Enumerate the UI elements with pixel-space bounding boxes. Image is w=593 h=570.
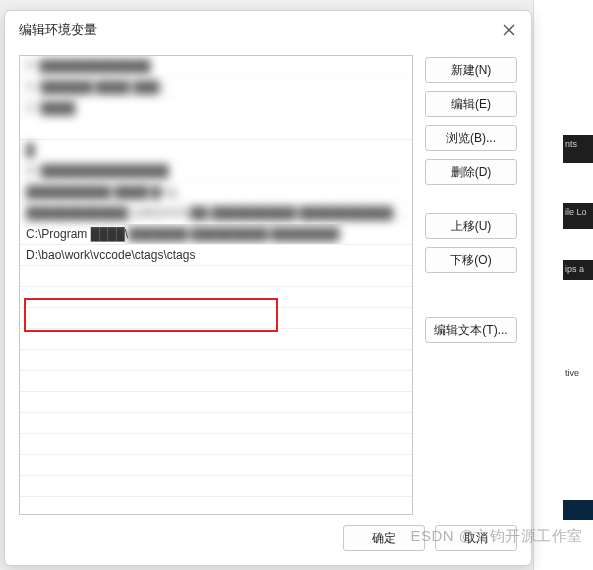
list-item[interactable] [20, 392, 412, 413]
dialog-footer: 确定 取消 [5, 515, 531, 565]
list-item[interactable]: C:\██████\████ ███L [20, 77, 412, 98]
list-item[interactable]: D:\bao\work\vccode\ctags\ctags [20, 245, 412, 266]
list-item[interactable]: ████████████ (x86)\NVID██ ██████████\███… [20, 203, 412, 224]
ok-button[interactable]: 确定 [343, 525, 425, 551]
titlebar: 编辑环境变量 [5, 11, 531, 47]
list-item[interactable]: F:\█████████████ [20, 56, 412, 77]
moveup-button[interactable]: 上移(U) [425, 213, 517, 239]
button-sidebar: 新建(N) 编辑(E) 浏览(B)... 删除(D) 上移(U) 下移(O) 编… [425, 55, 517, 515]
list-item[interactable] [20, 308, 412, 329]
movedown-button[interactable]: 下移(O) [425, 247, 517, 273]
list-item[interactable]: D:\███████████████ [20, 161, 412, 182]
list-item[interactable] [20, 413, 412, 434]
list-item[interactable] [20, 266, 412, 287]
background-panel: tive [563, 364, 593, 382]
background-panel: ips a [563, 260, 593, 280]
browse-button[interactable]: 浏览(B)... [425, 125, 517, 151]
list-item[interactable] [20, 434, 412, 455]
edit-env-variable-dialog: 编辑环境变量 F:\█████████████C:\██████\████ ██… [4, 10, 532, 566]
background-panel [563, 500, 593, 520]
edit-button[interactable]: 编辑(E) [425, 91, 517, 117]
list-item[interactable]: █ [20, 140, 412, 161]
background-panel: ile Lo [563, 203, 593, 229]
dialog-title: 编辑环境变量 [19, 21, 97, 39]
background-panel: nts [563, 135, 593, 163]
list-item[interactable]: C:\████ [20, 98, 412, 119]
list-item[interactable] [20, 119, 412, 140]
new-button[interactable]: 新建(N) [425, 57, 517, 83]
list-item[interactable] [20, 371, 412, 392]
delete-button[interactable]: 删除(D) [425, 159, 517, 185]
cancel-button[interactable]: 取消 [435, 525, 517, 551]
path-listbox[interactable]: F:\█████████████C:\██████\████ ███LC:\██… [19, 55, 413, 515]
list-item[interactable] [20, 476, 412, 497]
list-item[interactable] [20, 329, 412, 350]
list-item[interactable]: C:\Program ████\███████\█████████\██████… [20, 224, 412, 245]
list-item[interactable] [20, 287, 412, 308]
list-item[interactable] [20, 350, 412, 371]
close-icon[interactable] [501, 22, 517, 38]
edittext-button[interactable]: 编辑文本(T)... [425, 317, 517, 343]
list-item[interactable]: ██████████ ████\█mg [20, 182, 412, 203]
list-item[interactable] [20, 455, 412, 476]
